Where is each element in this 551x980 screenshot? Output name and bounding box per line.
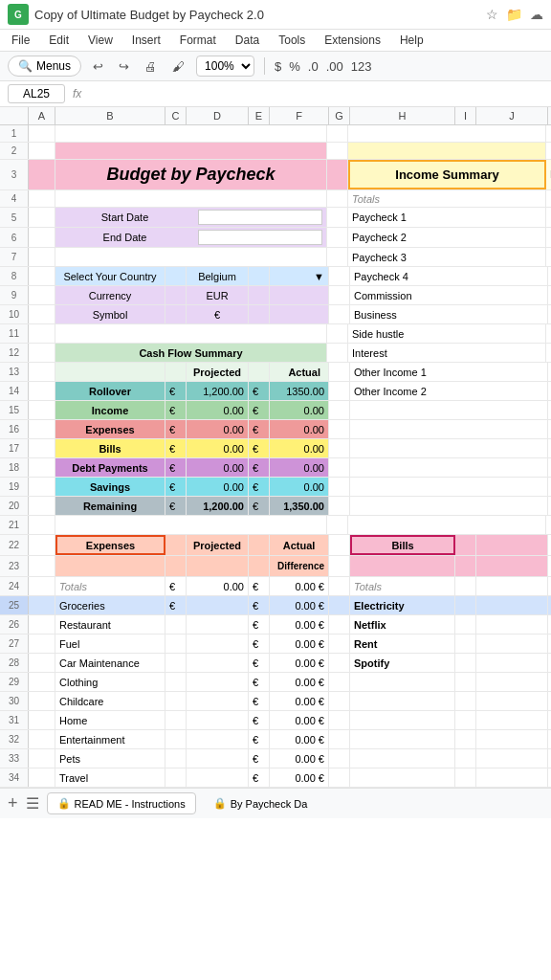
menu-data[interactable]: Data: [231, 32, 263, 49]
format-123: 123: [351, 59, 372, 74]
symbol-value: €: [214, 309, 220, 321]
childcare-cell[interactable]: Childcare: [55, 692, 165, 710]
row-4: 4 Totals: [0, 190, 551, 208]
income-other1: Other Income 1: [354, 367, 427, 378]
cell-reference[interactable]: AL25: [8, 84, 65, 103]
menu-edit[interactable]: Edit: [45, 32, 73, 49]
start-date-label: Start Date: [59, 212, 190, 223]
row-23: 23 Difference: [0, 556, 551, 577]
fx-label: fx: [73, 87, 81, 100]
search-box[interactable]: 🔍 Menus: [8, 56, 81, 77]
menu-format[interactable]: Format: [176, 32, 220, 49]
end-date-input[interactable]: [198, 230, 322, 245]
tab-paycheck-lock-icon: 🔒: [213, 797, 227, 810]
row-24: 24 Totals € 0.00 € 0.00 € Totals: [0, 577, 551, 596]
row-30: 30 Childcare € 0.00 €: [0, 692, 551, 711]
tab-bar: + ☰ 🔒 READ ME - Instructions 🔒 By Payche…: [0, 788, 551, 818]
app-icon: G: [8, 4, 29, 25]
star-icon[interactable]: ☆: [486, 7, 498, 22]
income-paycheck1: Paycheck 1: [352, 212, 407, 223]
col-header-d: D: [187, 107, 249, 124]
row-28: 28 Car Maintenance € 0.00 € Spotify: [0, 654, 551, 673]
income-other2: Other Income 2: [354, 386, 427, 397]
window-title: Copy of Ultimate Budget by Paycheck 2.0: [34, 8, 480, 22]
row-34: 34 Travel € 0.00 €: [0, 768, 551, 788]
search-label: Menus: [36, 59, 71, 73]
row-33: 33 Pets € 0.00 €: [0, 749, 551, 768]
symbol-label: Symbol: [93, 309, 128, 321]
income-totals-label: Totals: [352, 193, 380, 205]
sheet-menu-button[interactable]: ☰: [26, 794, 39, 813]
income-summary-title[interactable]: Income Summary: [348, 160, 546, 189]
decimal-less: .0: [308, 59, 319, 74]
income-paycheck3: Paycheck 3: [352, 252, 407, 263]
menu-insert[interactable]: Insert: [128, 32, 165, 49]
row-15: 15 Income € 0.00 € 0.00: [0, 401, 551, 420]
title-bar: G Copy of Ultimate Budget by Paycheck 2.…: [0, 0, 551, 30]
tab-readme[interactable]: 🔒 READ ME - Instructions: [47, 792, 196, 814]
menu-help[interactable]: Help: [396, 32, 428, 49]
row-6: 6 End Date Paycheck 2: [0, 228, 551, 248]
col-header-h: H: [350, 107, 455, 124]
tab-paycheck[interactable]: 🔒 By Paycheck Da: [204, 793, 318, 813]
folder-icon[interactable]: 📁: [506, 7, 522, 22]
end-date-label: End Date: [59, 232, 190, 243]
country-label: Select Your Country: [63, 271, 156, 282]
start-date-input[interactable]: [198, 210, 322, 225]
menu-tools[interactable]: Tools: [275, 32, 309, 49]
paint-format-button[interactable]: 🖌: [168, 57, 188, 76]
row-12: 12 Cash Flow Summary Interest: [0, 344, 551, 363]
row-31: 31 Home € 0.00 €: [0, 711, 551, 730]
income-commission: Commission: [354, 290, 412, 301]
print-button[interactable]: 🖨: [141, 57, 161, 76]
menu-bar: File Edit View Insert Format Data Tools …: [0, 30, 551, 52]
zoom-select[interactable]: 100%: [196, 56, 254, 77]
col-header-f: F: [270, 107, 329, 124]
undo-button[interactable]: ↩: [89, 57, 107, 76]
income-side-hustle: Side hustle: [352, 328, 404, 340]
row-25[interactable]: 25 Groceries € € 0.00 € Electricity: [0, 596, 551, 615]
row-27: 27 Fuel € 0.00 € Rent: [0, 635, 551, 654]
country-value: Belgium: [198, 271, 236, 282]
budget-title[interactable]: Budget by Paycheck: [55, 160, 327, 189]
row-13: 13 Projected Actual Other Income 1: [0, 363, 551, 382]
income-paycheck2: Paycheck 2: [352, 232, 407, 243]
menu-extensions[interactable]: Extensions: [320, 32, 385, 49]
row-2: 2: [0, 143, 551, 160]
row-19: 19 Savings € 0.00 € 0.00: [0, 478, 551, 497]
row-17: 17 Bills € 0.00 € 0.00: [0, 439, 551, 458]
search-icon: 🔍: [18, 59, 33, 73]
toolbar: 🔍 Menus ↩ ↪ 🖨 🖌 100% $ % .0 .00 123: [0, 52, 551, 81]
cloud-icon[interactable]: ☁: [530, 7, 543, 22]
title-bar-actions: ☆ 📁 ☁: [486, 7, 543, 22]
income-paycheck4: Paycheck 4: [354, 271, 408, 282]
row-11: 11 Side hustle: [0, 324, 551, 344]
row-3: 3 Budget by Paycheck Income Summary Da: [0, 160, 551, 190]
currency-label: Currency: [89, 290, 132, 301]
dropdown-icon[interactable]: ▼: [314, 271, 324, 282]
cashflow-header[interactable]: Cash Flow Summary: [55, 344, 327, 362]
redo-button[interactable]: ↪: [115, 57, 133, 76]
row-7: 7 Paycheck 3: [0, 248, 551, 267]
col-header-c: C: [165, 107, 187, 124]
row-14: 14 Rollover € 1,200.00 € 1350.00 Other I…: [0, 382, 551, 401]
row-5: 5 Start Date Paycheck 1: [0, 208, 551, 228]
row-16: 16 Expenses € 0.00 € 0.00: [0, 420, 551, 439]
decimal-more: .00: [326, 59, 343, 74]
row-20: 20 Remaining € 1,200.00 € 1,350.00: [0, 497, 551, 516]
currency-value: EUR: [206, 290, 228, 301]
add-sheet-button[interactable]: +: [8, 793, 18, 813]
menu-view[interactable]: View: [84, 32, 117, 49]
tab-paycheck-label: By Paycheck Da: [231, 798, 308, 810]
column-headers: A B C D E F G H I J K: [0, 107, 551, 125]
row-22: 22 Expenses Projected Actual Bills: [0, 535, 551, 556]
col-header-i: I: [455, 107, 476, 124]
row-1: 1: [0, 125, 551, 143]
spreadsheet: A B C D E F G H I J K 1 2: [0, 107, 551, 788]
row-32: 32 Entertainment € 0.00 €: [0, 730, 551, 749]
col-header-g: G: [329, 107, 350, 124]
row-18: 18 Debt Payments € 0.00 € 0.00: [0, 458, 551, 478]
dollar-symbol: $: [275, 59, 281, 74]
menu-file[interactable]: File: [8, 32, 33, 49]
row-9: 9 Currency EUR Commission: [0, 286, 551, 305]
